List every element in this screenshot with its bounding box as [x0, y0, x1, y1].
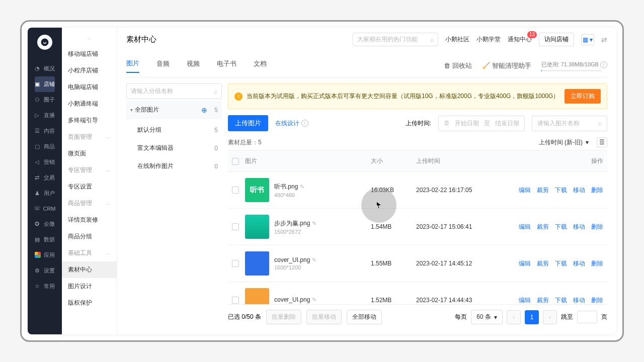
edit-icon[interactable]: ✎ [312, 220, 316, 227]
nav-item-chart[interactable]: ▤数据 [33, 232, 57, 247]
select-all-checkbox[interactable] [232, 158, 239, 165]
row-action[interactable]: 移动 [573, 186, 585, 195]
link-community[interactable]: 小鹅社区 [445, 35, 469, 44]
subnav-item[interactable]: 小鹅通终端 [62, 96, 117, 112]
subnav-item[interactable]: 小程序店铺 [62, 62, 117, 79]
upload-button[interactable]: 上传图片 [228, 115, 268, 131]
subnav-group-header[interactable]: 商品管理︿ [62, 195, 117, 212]
row-action[interactable]: 下载 [555, 259, 567, 268]
row-checkbox[interactable] [232, 297, 239, 304]
file-thumbnail[interactable] [245, 251, 269, 276]
subnav-item[interactable]: 版权保护 [62, 295, 117, 311]
batch-delete-button[interactable]: 批量删除 [266, 310, 301, 324]
subnav-item[interactable]: 多终端引导 [62, 112, 117, 129]
nav-item-wechat[interactable]: ✪企微 [33, 216, 57, 232]
subnav-group-header[interactable]: 基础工具︿ [62, 245, 117, 261]
recycle-bin-link[interactable]: 🗑 回收站 [444, 61, 472, 70]
file-thumbnail[interactable] [245, 288, 269, 304]
row-action[interactable]: 编辑 [519, 186, 531, 195]
global-search[interactable]: 大家都在用的热门功能 ⌕ [353, 33, 438, 46]
nav-item-video[interactable]: ▷直播 [33, 108, 57, 123]
row-action[interactable]: 编辑 [519, 296, 531, 305]
nav-item-users[interactable]: ⚇圈子 [33, 92, 57, 108]
subscribe-button[interactable]: 立即订购 [565, 89, 601, 104]
edit-icon[interactable]: ✎ [312, 257, 316, 263]
transfer-icon[interactable]: ⇄ [601, 36, 607, 44]
row-action[interactable]: 删除 [591, 259, 603, 268]
row-action[interactable]: 删除 [591, 186, 603, 195]
subnav-group-header[interactable]: 专区管理︿ [62, 162, 117, 178]
info-icon[interactable]: i [301, 120, 308, 127]
row-action[interactable]: 移动 [573, 296, 585, 305]
nav-item-store[interactable]: ▣店铺 [35, 76, 55, 92]
link-notifications[interactable]: 通知中心 13 [508, 35, 532, 44]
file-thumbnail[interactable] [245, 215, 269, 239]
nav-item-bag[interactable]: ▢商品 [33, 139, 57, 154]
tab-1[interactable]: 音频 [156, 59, 170, 72]
move-all-button[interactable]: 全部移动 [347, 310, 382, 324]
online-design-link[interactable]: 在线设计 i [275, 119, 308, 128]
page-size-select[interactable]: 60 条▾ [471, 310, 503, 324]
subnav-item[interactable]: 素材中心 [62, 261, 117, 278]
row-action[interactable]: 下载 [555, 296, 567, 305]
batch-move-button[interactable]: 批量移动 [306, 310, 342, 324]
list-view-icon[interactable]: ☰ [597, 137, 607, 147]
row-action[interactable]: 裁剪 [537, 186, 549, 195]
row-action[interactable]: 裁剪 [537, 296, 549, 305]
page-number-button[interactable]: 1 [525, 310, 539, 324]
tab-3[interactable]: 电子书 [217, 59, 236, 72]
row-action[interactable]: 编辑 [519, 223, 531, 231]
row-action[interactable]: 删除 [591, 223, 603, 231]
folder-item[interactable]: 默认分组5 [126, 121, 222, 139]
date-range-picker[interactable]: 🗓 开始日期 至 结束日期 [438, 116, 525, 131]
edit-icon[interactable]: ✎ [300, 184, 304, 190]
subnav-item[interactable]: 专区设置 [62, 178, 117, 195]
folder-item[interactable]: 富文本编辑器0 [126, 139, 222, 157]
subnav-item[interactable]: 商品分组 [62, 228, 117, 245]
subnav-collapse[interactable]: ︿ [62, 31, 117, 46]
nav-item-user[interactable]: ♟用户 [33, 186, 57, 201]
subnav-item[interactable]: 电脑端店铺 [62, 79, 117, 96]
filename-filter-input[interactable]: 请输入图片名称 ⌕ [532, 116, 607, 131]
subnav-group-header[interactable]: 页面管理︿ [62, 129, 117, 145]
subnav-item[interactable]: 移动端店铺 [62, 46, 117, 62]
folder-search-input[interactable]: 请输入分组名称 ⌕ [126, 83, 222, 99]
row-action[interactable]: 裁剪 [537, 223, 549, 231]
tab-2[interactable]: 视频 [187, 59, 200, 72]
jump-page-input[interactable] [577, 311, 597, 323]
row-action[interactable]: 移动 [573, 259, 585, 268]
row-action[interactable]: 裁剪 [537, 259, 549, 268]
folder-all[interactable]: ▾ 全部图片 ⊕ 5 [126, 101, 222, 119]
row-action[interactable]: 下载 [555, 186, 567, 195]
smart-cleanup-link[interactable]: 🧹 智能清理助手 [482, 61, 531, 70]
store-switcher-icon[interactable]: ▦ ▾ [581, 34, 594, 45]
row-checkbox[interactable] [232, 260, 239, 267]
subnav-item[interactable]: 详情页装修 [62, 212, 117, 228]
row-checkbox[interactable] [232, 187, 239, 194]
nav-item-crm[interactable]: ☏CRM [33, 201, 57, 216]
nav-item-swap[interactable]: ⇄交易 [33, 170, 57, 186]
subnav-item[interactable]: 图片设计 [62, 278, 117, 295]
row-action[interactable]: 编辑 [519, 259, 531, 268]
tab-4[interactable]: 文档 [254, 59, 267, 72]
sort-select[interactable]: 上传时间 (新-旧) ▾ ☰ [539, 137, 607, 147]
visit-store-button[interactable]: 访问店铺 [539, 33, 574, 46]
tab-0[interactable]: 图片 [126, 59, 139, 73]
nav-item-gear[interactable]: ⚙设置 [33, 263, 57, 279]
row-action[interactable]: 下载 [555, 223, 567, 231]
link-school[interactable]: 小鹅学堂 [476, 35, 501, 44]
nav-item-clock[interactable]: ◔概况 [33, 61, 57, 76]
nav-item-horn[interactable]: ◁营销 [33, 154, 57, 170]
row-action[interactable]: 删除 [591, 296, 603, 305]
add-folder-icon[interactable]: ⊕ [201, 106, 207, 114]
nav-item-star[interactable]: ☆常用 [33, 279, 57, 294]
nav-item-doc[interactable]: ☰内容 [33, 123, 57, 139]
file-thumbnail[interactable]: 听书 [245, 178, 269, 202]
prev-page-button[interactable]: ‹ [507, 310, 521, 324]
subnav-item[interactable]: 微页面 [62, 145, 117, 162]
info-icon[interactable]: i [600, 61, 607, 68]
row-checkbox[interactable] [232, 223, 239, 230]
next-page-button[interactable]: › [543, 310, 557, 324]
row-action[interactable]: 移动 [573, 223, 585, 231]
nav-item-apps[interactable]: 应用 [33, 247, 57, 263]
